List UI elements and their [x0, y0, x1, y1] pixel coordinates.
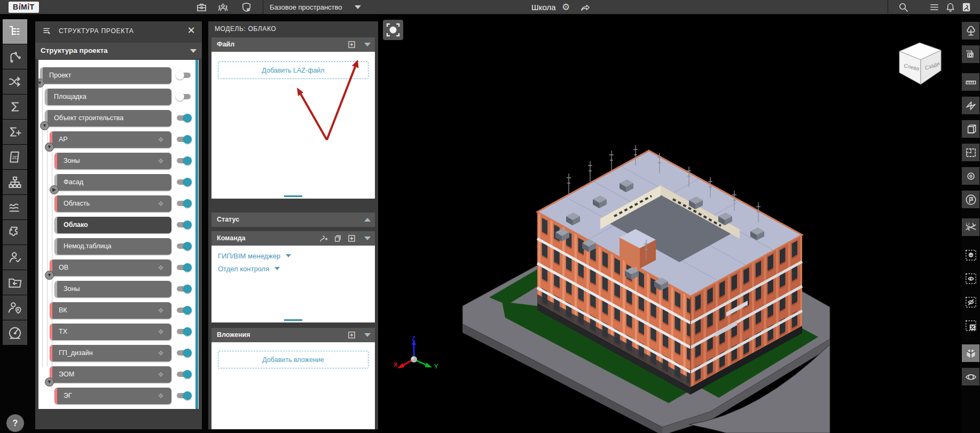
visibility-toggle[interactable] — [177, 393, 191, 398]
add-attachment-button[interactable]: Добавить вложение — [218, 351, 369, 368]
tree-item-ВК[interactable]: ВК❖ — [50, 302, 171, 319]
visibility-toggle[interactable] — [177, 243, 191, 249]
workspace-selector[interactable]: Базовое пространство — [270, 0, 342, 14]
ruler-icon[interactable] — [962, 73, 979, 91]
dashboard-gauge-icon[interactable] — [3, 320, 27, 345]
visibility-toggle[interactable] — [177, 94, 191, 99]
user-location-icon[interactable] — [3, 295, 27, 320]
workspace-chevron-icon[interactable] — [355, 5, 361, 9]
hide-selection-icon[interactable] — [962, 293, 979, 311]
add-attachment-icon[interactable] — [347, 330, 357, 340]
visibility-toggle[interactable] — [177, 137, 191, 142]
show-selection-icon[interactable] — [962, 270, 979, 287]
tree-item-Проект[interactable]: Проект — [40, 67, 171, 84]
hierarchy-icon[interactable] — [3, 170, 27, 194]
attachments-collapse-chevron-icon[interactable] — [364, 333, 371, 337]
list-icon[interactable] — [928, 1, 940, 13]
expand-toggle-icon[interactable]: ▼ — [38, 78, 44, 88]
visibility-toggle[interactable] — [177, 286, 191, 292]
visibility-toggle[interactable] — [177, 73, 191, 78]
expand-toggle-icon[interactable]: ▼ — [45, 377, 54, 387]
tree-item-ТХ[interactable]: ТХ❖ — [50, 324, 171, 340]
tree-item-Площадка[interactable]: Площадка — [45, 89, 171, 105]
tree-item-Немод.таблица[interactable]: Немод.таблица — [54, 238, 171, 255]
coordination-axes-icon[interactable]: 1 2 — [962, 218, 979, 236]
expand-toggle-icon[interactable]: ▼ — [40, 121, 49, 130]
navigation-cube[interactable]: Слева Сзади — [893, 37, 946, 86]
visibility-toggle[interactable] — [177, 201, 191, 206]
settings-gear-icon[interactable]: ⚙ — [560, 1, 572, 13]
tree-item-Зоны[interactable]: Зоны❖ — [54, 153, 171, 169]
expand-toggle-icon[interactable]: ▼ — [45, 143, 54, 152]
visibility-toggle[interactable] — [177, 158, 191, 163]
site-tree-icon[interactable] — [962, 22, 979, 40]
panel-menu-icon[interactable] — [42, 26, 52, 36]
tree-item-ГП_дизайн[interactable]: ГП_дизайн❖ — [50, 345, 171, 361]
clash-shuffle-icon[interactable] — [3, 69, 27, 94]
visibility-toggle[interactable] — [177, 350, 191, 356]
visibility-toggle[interactable] — [177, 329, 191, 334]
section-plane-icon[interactable] — [962, 97, 979, 114]
status-section-header[interactable]: Статус — [211, 212, 375, 227]
team-icon[interactable] — [217, 1, 229, 13]
bimit-logo[interactable]: BıMıT — [9, 2, 39, 13]
model-cube-icon[interactable] — [962, 344, 979, 362]
team-collapse-chevron-icon[interactable] — [364, 237, 371, 240]
team-role-dropdown[interactable]: Отдел контроля — [218, 265, 280, 273]
resize-handle[interactable] — [284, 319, 302, 321]
notifications-bell-icon[interactable] — [944, 1, 957, 13]
section-box-icon[interactable] — [962, 120, 979, 138]
add-laz-file-button[interactable]: Добавить LAZ-файл — [218, 61, 369, 79]
projects-briefcase-icon[interactable] — [195, 1, 208, 13]
structure-subheader[interactable]: Структура проекта — [35, 43, 202, 59]
visibility-toggle[interactable] — [177, 179, 191, 185]
analytics-trend-icon[interactable] — [3, 195, 27, 219]
shared-folder-icon[interactable] — [3, 270, 27, 295]
tree-item-ОВ[interactable]: ОВ❖ — [50, 259, 171, 276]
search-icon[interactable] — [897, 1, 910, 13]
locate-target-icon[interactable] — [962, 167, 979, 185]
user-approve-icon[interactable] — [3, 245, 27, 270]
sum-add-icon[interactable] — [3, 120, 27, 144]
tree-item-АР[interactable]: АР❖ — [50, 131, 171, 148]
project-structure-icon[interactable] — [3, 19, 27, 44]
capture-views-icon[interactable] — [962, 45, 979, 63]
resize-handle[interactable] — [284, 195, 302, 197]
visibility-toggle[interactable] — [177, 222, 191, 227]
screenshot-focus-button[interactable] — [383, 20, 403, 40]
team-role-dropdown[interactable]: ГИП/BIM менеджер — [218, 252, 291, 260]
tree-item-Зоны[interactable]: Зоны — [54, 281, 171, 297]
tree-item-Облако[interactable]: Облако — [54, 217, 171, 233]
tree-item-ЭГ[interactable]: ЭГ❖ — [54, 388, 171, 404]
add-file-icon[interactable] — [347, 40, 357, 50]
tree-item-ЭОМ[interactable]: ЭОМ❖ — [50, 366, 171, 383]
relations-icon[interactable] — [3, 44, 27, 69]
tree-item-Объект строительства[interactable]: Объект строительства — [45, 110, 171, 127]
tree-scrollbar[interactable] — [195, 60, 198, 409]
isolate-selection-icon[interactable] — [962, 246, 979, 264]
copy-icon[interactable] — [333, 233, 343, 243]
view-2d-icon[interactable]: 2D — [3, 145, 27, 169]
visibility-toggle[interactable] — [177, 265, 191, 270]
clear-selection-icon[interactable] — [962, 317, 979, 334]
floor-plan-icon[interactable] — [962, 144, 979, 161]
attachments-section-header[interactable]: Вложения — [211, 328, 375, 342]
visibility-toggle[interactable] — [177, 308, 191, 313]
visibility-toggle[interactable] — [177, 115, 191, 121]
plugins-puzzle-icon[interactable] — [3, 220, 27, 245]
issue-flag-icon[interactable] — [962, 191, 979, 208]
user-badge-icon[interactable] — [960, 1, 973, 13]
orbit-view-icon[interactable] — [962, 368, 979, 385]
team-section-header[interactable]: Команда — [211, 231, 375, 246]
admin-shield-icon[interactable] — [240, 1, 253, 13]
sum-icon[interactable] — [3, 95, 27, 119]
close-panel-icon[interactable]: ✕ — [186, 25, 197, 36]
file-collapse-chevron-icon[interactable] — [364, 43, 371, 46]
share-icon[interactable] — [579, 1, 591, 13]
help-button[interactable]: ? — [6, 414, 24, 432]
file-section-header[interactable]: Файл — [211, 37, 375, 52]
add-member-icon[interactable] — [319, 233, 329, 243]
viewport-3d[interactable]: Слева Сзади Z X Y — [378, 15, 961, 433]
visibility-toggle[interactable] — [177, 372, 191, 377]
tree-item-Фасад[interactable]: Фасад — [54, 174, 171, 191]
